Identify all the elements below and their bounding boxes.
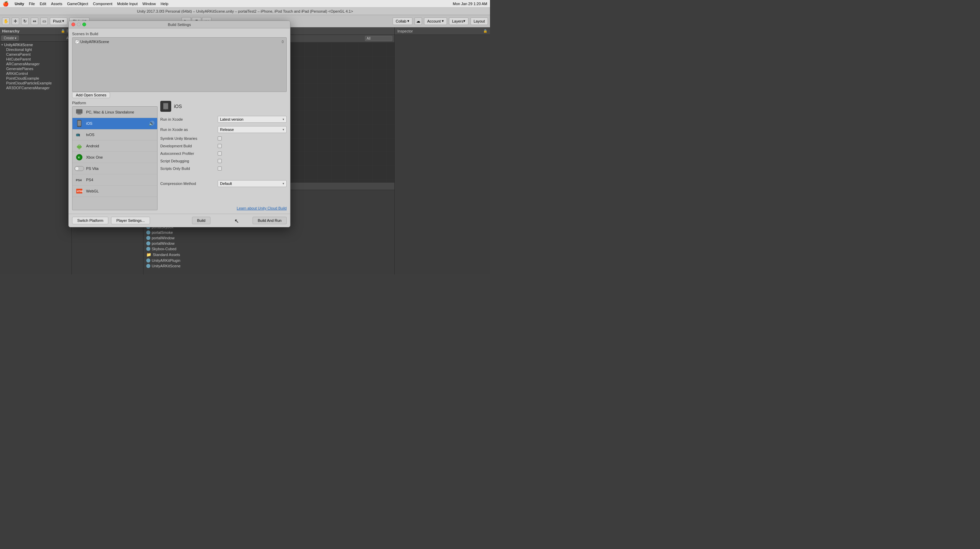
platform-item-psvita[interactable]: PS Vita (72, 163, 157, 174)
hierarchy-item-directional-light[interactable]: Directional light (0, 47, 72, 52)
compression-dropdown[interactable]: Default ▾ (218, 180, 287, 187)
scene-name: UnityARKitScene (80, 40, 109, 44)
inspector-lock-icon[interactable]: 🔒 (483, 29, 487, 33)
switch-platform-btn[interactable]: Switch Platform (72, 217, 108, 224)
layout-button[interactable]: Layout (471, 18, 488, 25)
scene-item-0[interactable]: ✓ UnityARKitScene 0 (74, 39, 285, 45)
dialog-title-label: Build Settings (168, 22, 191, 27)
collab-button[interactable]: Collab ▾ (393, 18, 412, 25)
platform-item-ios[interactable]: iOS 🔊 (72, 118, 157, 129)
hierarchy-item-arkit-control[interactable]: ARKitControl (0, 71, 72, 76)
symlink-checkbox[interactable] (218, 136, 222, 140)
hierarchy-title: Hierarchy (2, 29, 19, 33)
hand-tool-btn[interactable]: ✋ (2, 18, 10, 25)
inspector-panel: Inspector 🔒 (395, 27, 490, 274)
rotate-tool-btn[interactable]: ↻ (21, 18, 29, 25)
account-label: Account (427, 19, 441, 23)
scripts-only-label: Scripts Only Build (160, 166, 215, 171)
script-debug-checkbox[interactable] (218, 159, 222, 163)
asset-item-portal-smoke[interactable]: portalSmoke (143, 230, 395, 235)
asset-item-standard-assets[interactable]: 📁 Standard Assets (143, 252, 395, 258)
hierarchy-item-ar-camera-manager[interactable]: ARCameraManager (0, 62, 72, 66)
build-btn[interactable]: Build (192, 217, 210, 224)
asset-item-unity-arkit-plugin[interactable]: UnityARKitPlugin (143, 258, 395, 263)
scale-tool-btn[interactable]: ⇔ (31, 18, 38, 25)
ios-icon (75, 119, 83, 128)
xbox-icon: X (75, 153, 83, 161)
maximize-button[interactable] (82, 22, 86, 26)
hierarchy-list: ▾ UnityARKitScene Directional light Came… (0, 42, 72, 274)
hierarchy-item-point-cloud-example[interactable]: PointCloudExample (0, 76, 72, 81)
menu-mobile-input[interactable]: Mobile Input (117, 2, 138, 6)
hierarchy-item-camera-parent[interactable]: CameraParent (0, 52, 72, 57)
asset-item-portal-window-2[interactable]: portalWindow (143, 241, 395, 246)
layers-label: Layers (452, 19, 463, 23)
svg-text:📺: 📺 (76, 132, 80, 137)
hierarchy-item-hitcube-parent[interactable]: HitCubeParent (0, 57, 72, 62)
add-open-scenes-btn[interactable]: Add Open Scenes (72, 92, 110, 98)
hierarchy-lock-icon[interactable]: 🔒 (61, 29, 65, 33)
learn-cloud-build-link[interactable]: Learn about Unity Cloud Build (160, 206, 287, 210)
layers-button[interactable]: Layers ▾ (449, 18, 468, 25)
dev-build-checkbox[interactable] (218, 144, 222, 148)
menu-file[interactable]: File (29, 2, 35, 6)
run-in-xcode-as-dropdown[interactable]: Release ▾ (218, 126, 287, 133)
collab-arrow: ▾ (407, 19, 409, 23)
hierarchy-item-ar3dof-camera-manager[interactable]: AR3DOFCameraManager (0, 85, 72, 90)
autoconnect-checkbox[interactable] (218, 152, 222, 156)
platform-item-tvos[interactable]: 📺 tvOS (72, 129, 157, 140)
scene-search[interactable]: All (365, 36, 392, 41)
platform-item-webgl[interactable]: HTML5 WebGL (72, 186, 157, 197)
script-debug-row: Script Debugging (160, 158, 287, 164)
run-in-xcode-dropdown[interactable]: Latest version ▾ (218, 116, 287, 123)
menu-assets[interactable]: Assets (51, 2, 62, 6)
hierarchy-root-item[interactable]: ▾ UnityARKitScene (0, 42, 72, 47)
build-settings-dialog[interactable]: Build Settings Scenes In Build ✓ UnityAR… (68, 21, 290, 227)
account-button[interactable]: Account ▾ (424, 18, 447, 25)
asset-item-portal-window-1[interactable]: portalWindow (143, 235, 395, 241)
psvita-toggle[interactable] (75, 166, 84, 171)
search-area: All (365, 36, 392, 41)
menu-gameobject[interactable]: GameObject (67, 2, 88, 6)
svg-rect-18 (163, 103, 168, 109)
move-tool-btn[interactable]: ✛ (12, 18, 19, 25)
asset-item-unity-arkit-scene[interactable]: UnityARKitScene (143, 263, 395, 269)
rect-tool-btn[interactable]: ▭ (40, 18, 48, 25)
apple-icon[interactable]: 🍎 (3, 1, 8, 6)
platform-item-pc[interactable]: PC, Mac & Linux Standalone (72, 107, 157, 118)
scene-checkbox[interactable]: ✓ (75, 40, 79, 44)
cloud-button[interactable]: ☁ (415, 18, 422, 25)
menu-unity[interactable]: Unity (15, 2, 24, 6)
psvita-label: PS Vita (86, 166, 99, 171)
platform-item-xbox[interactable]: X Xbox One (72, 152, 157, 163)
menu-window[interactable]: Window (143, 2, 156, 6)
pivot-label: Pivot (53, 19, 61, 23)
folder-icon: 📁 (146, 252, 151, 257)
player-settings-btn[interactable]: Player Settings... (111, 217, 150, 224)
menu-edit[interactable]: Edit (40, 2, 46, 6)
collab-label: Collab (396, 19, 406, 23)
hierarchy-item-label: HitCubeParent (6, 57, 31, 61)
hierarchy-header: Hierarchy 🔒 ☰ (0, 27, 72, 35)
platform-item-android[interactable]: Android (72, 140, 157, 152)
asset-item-skybox-cubed[interactable]: Skybox-Cubed (143, 246, 395, 252)
pivot-btn[interactable]: Pivot ▾ (50, 18, 67, 25)
hierarchy-create-btn[interactable]: Create ▾ (2, 35, 19, 41)
hierarchy-item-point-cloud-particle[interactable]: PointCloudParticleExample (0, 81, 72, 85)
mouse-cursor: ↖ (234, 218, 239, 224)
minimize-button[interactable] (77, 22, 81, 26)
platform-item-ps4[interactable]: PS4 PS4 (72, 174, 157, 186)
asset-icon (146, 241, 150, 246)
svg-rect-7 (78, 145, 81, 148)
hierarchy-item-generate-planes[interactable]: GeneratePlanes (0, 66, 72, 71)
menu-component[interactable]: Component (93, 2, 113, 6)
scripts-only-checkbox[interactable] (218, 166, 222, 171)
menu-help[interactable]: Help (161, 2, 169, 6)
autoconnect-label: Autoconnect Profiler (160, 152, 215, 156)
build-and-run-btn[interactable]: Build And Run (253, 217, 287, 224)
close-button[interactable] (72, 22, 75, 26)
hierarchy-root-label: UnityARKitScene (4, 43, 33, 47)
xbox-label: Xbox One (86, 155, 103, 159)
psvita-icon (75, 164, 83, 172)
svg-rect-11 (80, 148, 80, 149)
